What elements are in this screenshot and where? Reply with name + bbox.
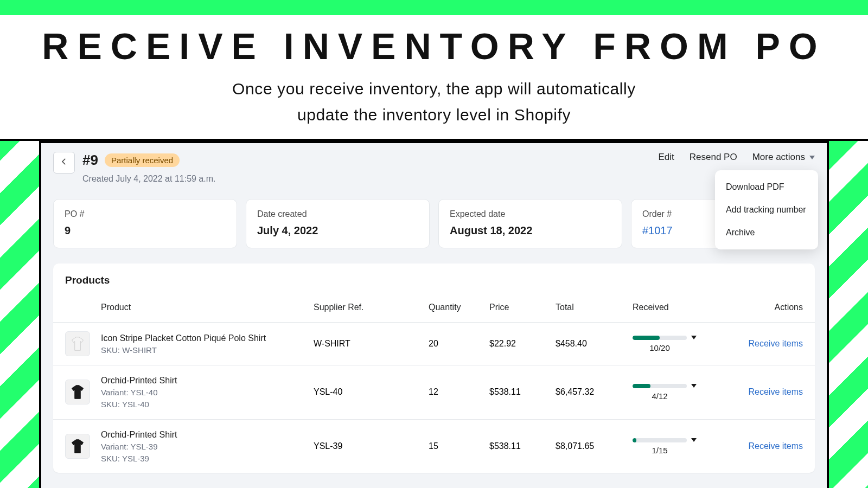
- cell-supplier-ref: W-SHIRT: [314, 339, 422, 349]
- cell-total: $6,457.32: [556, 387, 626, 397]
- product-variant: Variant: YSL-39: [101, 441, 307, 453]
- cell-quantity: 12: [429, 387, 483, 397]
- app-panel: #9 Partially received Created July 4, 20…: [39, 141, 829, 488]
- back-button[interactable]: [53, 152, 75, 174]
- col-product: Product: [101, 303, 307, 312]
- status-badge: Partially received: [105, 153, 180, 167]
- card-label: Expected date: [450, 209, 611, 219]
- receive-items-button[interactable]: Receive items: [749, 387, 803, 396]
- product-variant: Variant: YSL-40: [101, 387, 307, 399]
- summary-card-created: Date created July 4, 2022: [246, 199, 430, 248]
- product-name: Orchid-Printed Shirt: [101, 374, 307, 387]
- card-value: August 18, 2022: [450, 224, 611, 237]
- arrow-left-icon: [59, 157, 69, 169]
- col-qty: Quantity: [429, 303, 483, 312]
- cell-supplier-ref: YSL-39: [314, 441, 422, 451]
- card-label: Date created: [257, 209, 418, 219]
- summary-card-po: PO # 9: [53, 199, 237, 248]
- card-value: July 4, 2022: [257, 224, 418, 237]
- table-header-row: Product Supplier Ref. Quantity Price Tot…: [53, 296, 815, 322]
- cell-total: $8,071.65: [556, 441, 626, 451]
- table-row: Orchid-Printed Shirt Variant: YSL-39 SKU…: [53, 419, 815, 473]
- col-actions: Actions: [737, 303, 803, 312]
- more-actions-button[interactable]: More actions: [752, 152, 815, 163]
- table-row: Orchid-Printed Shirt Variant: YSL-40 SKU…: [53, 365, 815, 419]
- menu-archive[interactable]: Archive: [715, 221, 818, 244]
- menu-download-pdf[interactable]: Download PDF: [715, 176, 818, 198]
- more-actions-menu: Download PDF Add tracking number Archive: [715, 170, 818, 249]
- cell-supplier-ref: YSL-40: [314, 387, 422, 397]
- received-count: 4/12: [633, 391, 687, 401]
- summary-card-expected: Expected date August 18, 2022: [438, 199, 622, 248]
- col-received: Received: [633, 303, 730, 312]
- receive-items-button[interactable]: Receive items: [749, 441, 803, 451]
- product-name: Icon Stripe Placket Cotton Piqué Polo Sh…: [101, 332, 307, 344]
- cell-quantity: 15: [429, 441, 483, 451]
- product-sku: SKU: YSL-39: [101, 453, 307, 465]
- product-sku: SKU: W-SHIRT: [101, 344, 307, 356]
- cell-price: $538.11: [489, 441, 549, 451]
- menu-add-tracking[interactable]: Add tracking number: [715, 198, 818, 221]
- hero-title: RECEIVE INVENTORY FROM PO: [0, 25, 868, 67]
- product-name: Orchid-Printed Shirt: [101, 428, 307, 441]
- cell-price: $538.11: [489, 387, 549, 397]
- edit-button[interactable]: Edit: [658, 152, 674, 163]
- product-sku: SKU: YSL-40: [101, 399, 307, 410]
- received-count: 10/20: [633, 343, 687, 352]
- products-table: Products Product Supplier Ref. Quantity …: [53, 264, 815, 473]
- col-total: Total: [556, 303, 626, 312]
- received-progress[interactable]: [633, 336, 730, 340]
- created-timestamp: Created July 4, 2022 at 11:59 a.m.: [82, 174, 215, 184]
- cell-quantity: 20: [429, 339, 483, 349]
- chevron-down-icon: [691, 336, 697, 339]
- hero-banner: RECEIVE INVENTORY FROM PO Once you recei…: [0, 0, 868, 141]
- chevron-down-icon: [691, 438, 697, 442]
- col-price: Price: [489, 303, 549, 312]
- cell-total: $458.40: [556, 339, 626, 349]
- cell-price: $22.92: [489, 339, 549, 349]
- received-progress[interactable]: [633, 438, 730, 442]
- card-value: 9: [65, 224, 226, 237]
- table-row: Icon Stripe Placket Cotton Piqué Polo Sh…: [53, 322, 815, 365]
- chevron-down-icon: [691, 384, 697, 388]
- resend-po-button[interactable]: Resend PO: [690, 152, 737, 163]
- product-thumbnail: [65, 331, 90, 356]
- receive-items-button[interactable]: Receive items: [749, 339, 803, 348]
- received-count: 1/15: [633, 446, 687, 455]
- chevron-down-icon: [809, 156, 815, 159]
- hero-subtitle: Once you receive inventory, the app will…: [0, 76, 868, 128]
- received-progress[interactable]: [633, 384, 730, 388]
- page-title: #9: [82, 152, 98, 169]
- section-title: Products: [53, 264, 815, 296]
- product-thumbnail: [65, 434, 90, 459]
- col-ref: Supplier Ref.: [314, 303, 422, 312]
- product-thumbnail: [65, 380, 90, 404]
- card-label: PO #: [65, 209, 226, 219]
